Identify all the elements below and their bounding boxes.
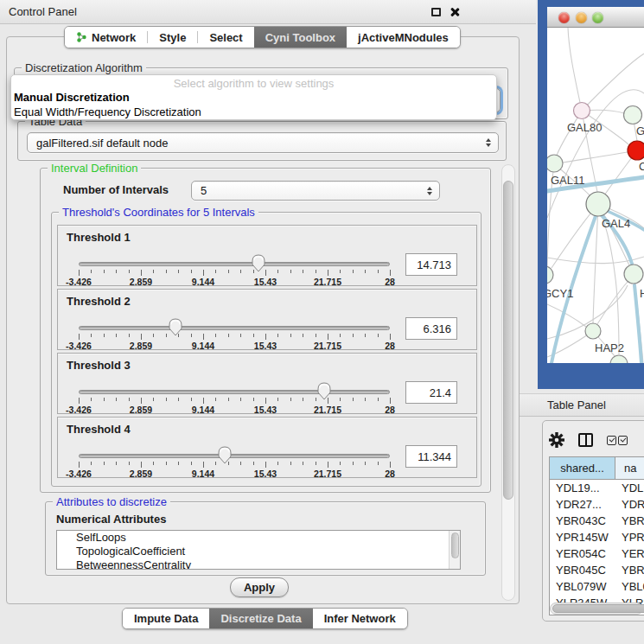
network-node[interactable]: [547, 155, 563, 172]
slider-ticks: [79, 270, 390, 277]
settings-vertical-scrollbar[interactable]: [501, 164, 515, 601]
num-intervals-label: Number of Intervals: [63, 183, 184, 196]
table-row[interactable]: YPR145WYPR1: [550, 529, 644, 545]
slider-tick-labels: -3.4262.8599.14415.4321.71528: [79, 277, 390, 287]
slider-track[interactable]: [79, 262, 390, 266]
threshold-value[interactable]: 14.713: [405, 253, 457, 276]
scrollbar-thumb[interactable]: [451, 532, 459, 558]
threshold-value[interactable]: 11.344: [405, 445, 457, 468]
table-data-combobox[interactable]: galFiltered.sif default node: [27, 132, 499, 153]
network-node-label: HAP2: [595, 341, 624, 354]
tab-style[interactable]: Style: [148, 27, 197, 48]
thresholds-group: Threshold's Coordinates for 5 Intervals …: [51, 212, 481, 487]
attribute-items: SelfLoopsTopologicalCoefficientBetweenne…: [57, 531, 460, 570]
network-view[interactable]: GAL80GCGAL11GAL4GCY1HHAP2: [547, 28, 644, 363]
checkbox-icon: [618, 436, 628, 445]
list-vertical-scrollbar[interactable]: [449, 531, 460, 569]
scrollbar-thumb[interactable]: [552, 604, 644, 613]
num-intervals-combobox[interactable]: 5: [191, 181, 440, 201]
table-row[interactable]: YDR27...YDR2: [550, 496, 644, 513]
stepper-icon: [486, 138, 491, 147]
threshold-title: Threshold 2: [67, 295, 131, 308]
network-node[interactable]: [624, 106, 642, 124]
group-label: Discretization Algorithm: [22, 61, 146, 74]
num-intervals-value: 5: [201, 184, 427, 197]
threshold-value[interactable]: 6.316: [405, 317, 457, 340]
interval-definition-group: Interval Definition Number of Intervals …: [40, 168, 491, 493]
zoom-traffic-light-icon[interactable]: [592, 12, 603, 23]
attribute-item[interactable]: TopologicalCoefficient: [57, 545, 460, 558]
table-row[interactable]: YDL19...YDL1: [550, 480, 644, 496]
table-data-value: galFiltered.sif default node: [36, 137, 486, 150]
tab-label: Discretize Data: [220, 612, 301, 625]
minimize-traffic-light-icon[interactable]: [576, 12, 587, 23]
table-row[interactable]: YER054CYER0: [550, 545, 644, 562]
table-header-row: shared... na: [550, 457, 644, 480]
group-label: Attributes to discretize: [53, 495, 170, 508]
network-icon: [76, 31, 87, 43]
tab-label: Select: [209, 31, 242, 44]
network-window-titlebar: [547, 7, 644, 28]
slider-track[interactable]: [79, 454, 390, 458]
network-node[interactable]: [574, 103, 590, 119]
popup-option-equal-width[interactable]: Equal Width/Frequency Discretization: [11, 105, 496, 120]
table-rows: YDL19...YDL1YDR27...YDR2YBR043CYBR0YPR14…: [550, 480, 644, 615]
tab-label: Cyni Toolbox: [265, 31, 335, 44]
tab-jactivemnodules[interactable]: jActiveMNodules: [347, 27, 460, 48]
tab-impute-data[interactable]: Impute Data: [123, 609, 209, 628]
numerical-attributes-label: Numerical Attributes: [56, 513, 166, 526]
column-visibility-icons[interactable]: [607, 436, 628, 445]
column-header-shared[interactable]: shared...: [550, 457, 615, 479]
attributes-group: Attributes to discretize Numerical Attri…: [45, 501, 486, 576]
threshold-panel: Threshold 4 -3.4262.8599.14415.4321.7152…: [57, 417, 477, 478]
tab-select[interactable]: Select: [198, 27, 253, 48]
gear-icon[interactable]: [549, 432, 564, 448]
slider-tick-labels: -3.4262.8599.14415.4321.71528: [79, 341, 390, 351]
slider-track[interactable]: [79, 326, 390, 330]
split-panel-icon[interactable]: [578, 433, 593, 447]
tab-label: Style: [159, 31, 186, 44]
numerical-attributes-list[interactable]: SelfLoopsTopologicalCoefficientBetweenne…: [56, 530, 461, 570]
table-row[interactable]: YBL079WYBL0: [550, 578, 644, 595]
slider-tick-labels: -3.4262.8599.14415.4321.71528: [79, 405, 390, 415]
table-panel-toolbar: [549, 427, 644, 453]
float-window-icon[interactable]: [431, 8, 441, 16]
network-node[interactable]: [547, 266, 553, 284]
threshold-panel: Threshold 1 -3.4262.8599.14415.4321.7152…: [57, 225, 477, 286]
popup-hint: Select algorithm to view settings: [11, 77, 496, 91]
tab-discretize-data[interactable]: Discretize Data: [209, 609, 312, 628]
scrollbar-thumb[interactable]: [503, 181, 513, 500]
close-icon[interactable]: [450, 7, 460, 17]
network-node-label: GAL80: [567, 121, 602, 134]
network-node[interactable]: [585, 323, 601, 339]
table-horizontal-scrollbar[interactable]: [550, 603, 643, 615]
slider-track[interactable]: [79, 390, 390, 394]
algorithm-popup: Select algorithm to view settings Manual…: [10, 74, 497, 120]
popup-option-manual[interactable]: Manual Discretization: [11, 91, 496, 105]
control-panel-titlebar: Control Panel: [0, 0, 536, 24]
column-header-name[interactable]: na: [615, 457, 644, 479]
network-node-label: H: [640, 287, 644, 300]
attribute-item[interactable]: BetweennessCentrality: [57, 558, 460, 570]
slider-ticks: [79, 462, 390, 469]
node-table: shared... na YDL19...YDL1YDR27...YDR2YBR…: [549, 456, 644, 615]
table-row[interactable]: YBR045CYBR0: [550, 562, 644, 578]
close-traffic-light-icon[interactable]: [558, 12, 570, 23]
tab-infer-network[interactable]: Infer Network: [313, 609, 407, 628]
network-node[interactable]: [624, 265, 643, 284]
attribute-item[interactable]: SelfLoops: [57, 531, 460, 545]
tab-network[interactable]: Network: [65, 27, 147, 48]
threshold-value[interactable]: 21.4: [405, 381, 457, 404]
tab-cyni-toolbox[interactable]: Cyni Toolbox: [254, 27, 347, 48]
network-node[interactable]: [586, 192, 610, 216]
apply-button[interactable]: Apply: [230, 577, 289, 597]
network-node-label: G: [636, 124, 644, 137]
table-row[interactable]: YBR043CYBR0: [550, 513, 644, 529]
slider-ticks: [79, 398, 390, 405]
bottom-tab-bar: Impute Data Discretize Data Infer Networ…: [122, 608, 408, 629]
stepper-icon: [427, 187, 432, 195]
network-node[interactable]: [628, 141, 644, 160]
table-data-group: Table Data galFiltered.sif default node: [17, 121, 507, 161]
network-node[interactable]: [610, 355, 628, 363]
group-label: Interval Definition: [48, 162, 141, 175]
